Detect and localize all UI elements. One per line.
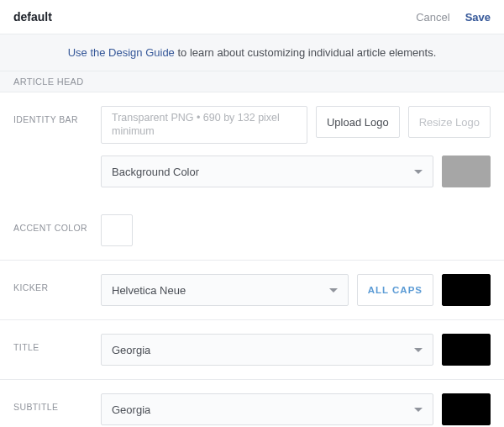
kicker-font-select[interactable]: Helvetica Neue — [101, 274, 349, 306]
header-actions: Cancel Save — [416, 11, 491, 24]
row-subtitle: Subtitle Georgia — [0, 380, 504, 427]
row-identity-bar: Identity Bar Transparent PNG • 690 by 13… — [0, 92, 504, 201]
label-identity-bar: Identity Bar — [13, 106, 101, 124]
row-accent-color: Accent Color — [0, 201, 504, 261]
style-name: default — [13, 10, 52, 24]
resize-logo-button: Resize Logo — [408, 106, 491, 138]
design-guide-link[interactable]: Use the Design Guide — [68, 46, 175, 59]
subtitle-color-swatch[interactable] — [442, 393, 491, 425]
kicker-color-swatch[interactable] — [442, 274, 491, 306]
save-button[interactable]: Save — [465, 11, 491, 24]
logo-hint: Transparent PNG • 690 by 132 pixel minim… — [101, 106, 307, 144]
label-title: Title — [13, 334, 101, 352]
caret-down-icon — [414, 408, 423, 412]
caret-down-icon — [414, 348, 423, 352]
banner-text: to learn about customizing individual ar… — [175, 46, 436, 59]
background-color-select-value: Background Color — [112, 166, 199, 178]
accent-color-swatch[interactable] — [101, 214, 133, 246]
cancel-button[interactable]: Cancel — [416, 11, 449, 24]
background-color-select[interactable]: Background Color — [101, 156, 433, 187]
kicker-caps-toggle[interactable]: ALL CAPS — [357, 274, 433, 306]
label-subtitle: Subtitle — [13, 393, 101, 412]
kicker-font-value: Helvetica Neue — [112, 284, 186, 297]
label-accent-color: Accent Color — [13, 214, 101, 233]
subtitle-font-value: Georgia — [112, 403, 150, 416]
background-color-swatch[interactable] — [442, 156, 491, 187]
subtitle-font-select[interactable]: Georgia — [101, 393, 433, 425]
title-font-value: Georgia — [112, 344, 150, 356]
caret-down-icon — [414, 170, 423, 174]
row-kicker: Kicker Helvetica Neue ALL CAPS — [0, 261, 504, 320]
design-guide-banner: Use the Design Guide to learn about cust… — [0, 34, 504, 71]
header-bar: default Cancel Save — [0, 0, 504, 34]
row-title: Title Georgia — [0, 320, 504, 380]
caret-down-icon — [329, 288, 338, 293]
title-font-select[interactable]: Georgia — [101, 334, 433, 366]
upload-logo-button[interactable]: Upload Logo — [316, 106, 400, 138]
label-kicker: Kicker — [13, 274, 101, 293]
style-editor-panel: default Cancel Save Use the Design Guide… — [0, 0, 504, 427]
section-header-article-head: Article Head — [0, 71, 504, 92]
title-color-swatch[interactable] — [442, 334, 491, 366]
